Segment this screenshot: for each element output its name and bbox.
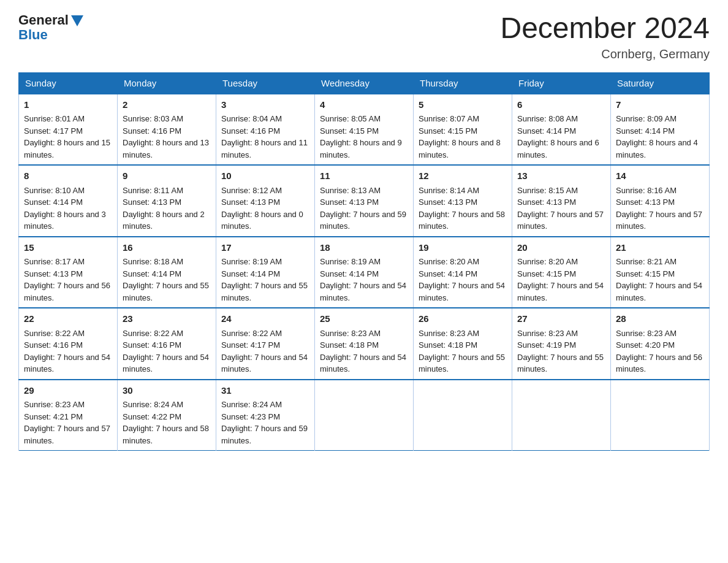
day-number: 24 — [221, 312, 309, 326]
day-number: 16 — [123, 241, 211, 255]
calendar-cell: 10Sunrise: 8:12 AM Sunset: 4:13 PM Dayli… — [216, 165, 315, 237]
weekday-header-saturday: Saturday — [611, 72, 710, 94]
cell-sun-info: Sunrise: 8:10 AM Sunset: 4:14 PM Dayligh… — [24, 185, 112, 232]
calendar-cell: 17Sunrise: 8:19 AM Sunset: 4:14 PM Dayli… — [216, 237, 315, 308]
day-number: 2 — [123, 98, 211, 112]
calendar-week-row: 8Sunrise: 8:10 AM Sunset: 4:14 PM Daylig… — [19, 165, 710, 237]
calendar-week-row: 29Sunrise: 8:23 AM Sunset: 4:21 PM Dayli… — [19, 380, 710, 451]
calendar-cell: 28Sunrise: 8:23 AM Sunset: 4:20 PM Dayli… — [611, 308, 710, 380]
day-number: 20 — [517, 241, 605, 255]
cell-sun-info: Sunrise: 8:13 AM Sunset: 4:13 PM Dayligh… — [320, 185, 408, 232]
cell-sun-info: Sunrise: 8:24 AM Sunset: 4:22 PM Dayligh… — [123, 399, 211, 446]
cell-sun-info: Sunrise: 8:21 AM Sunset: 4:15 PM Dayligh… — [616, 256, 704, 304]
calendar-cell: 29Sunrise: 8:23 AM Sunset: 4:21 PM Dayli… — [19, 380, 118, 451]
day-number: 4 — [320, 98, 408, 112]
weekday-header-monday: Monday — [118, 72, 216, 94]
weekday-header-sunday: Sunday — [19, 72, 118, 94]
calendar-cell: 12Sunrise: 8:14 AM Sunset: 4:13 PM Dayli… — [414, 165, 512, 237]
day-number: 25 — [320, 312, 408, 326]
logo-triangle-icon — [71, 15, 83, 26]
weekday-header-row: SundayMondayTuesdayWednesdayThursdayFrid… — [19, 72, 710, 94]
cell-sun-info: Sunrise: 8:23 AM Sunset: 4:20 PM Dayligh… — [616, 327, 704, 375]
calendar-cell: 7Sunrise: 8:09 AM Sunset: 4:14 PM Daylig… — [611, 94, 710, 166]
calendar-cell: 1Sunrise: 8:01 AM Sunset: 4:17 PM Daylig… — [19, 94, 118, 166]
calendar-cell: 25Sunrise: 8:23 AM Sunset: 4:18 PM Dayli… — [315, 308, 414, 380]
calendar-cell: 22Sunrise: 8:22 AM Sunset: 4:16 PM Dayli… — [19, 308, 118, 380]
logo: General — [18, 12, 83, 28]
cell-sun-info: Sunrise: 8:19 AM Sunset: 4:14 PM Dayligh… — [221, 256, 309, 304]
day-number: 6 — [517, 98, 605, 112]
cell-sun-info: Sunrise: 8:24 AM Sunset: 4:23 PM Dayligh… — [221, 399, 309, 446]
cell-sun-info: Sunrise: 8:12 AM Sunset: 4:13 PM Dayligh… — [221, 185, 309, 232]
cell-sun-info: Sunrise: 8:20 AM Sunset: 4:15 PM Dayligh… — [517, 256, 605, 304]
cell-sun-info: Sunrise: 8:23 AM Sunset: 4:19 PM Dayligh… — [517, 327, 605, 375]
calendar-cell: 11Sunrise: 8:13 AM Sunset: 4:13 PM Dayli… — [315, 165, 414, 237]
calendar-cell: 24Sunrise: 8:22 AM Sunset: 4:17 PM Dayli… — [216, 308, 315, 380]
calendar-cell: 5Sunrise: 8:07 AM Sunset: 4:15 PM Daylig… — [414, 94, 512, 166]
cell-sun-info: Sunrise: 8:05 AM Sunset: 4:15 PM Dayligh… — [320, 113, 408, 161]
calendar-table: SundayMondayTuesdayWednesdayThursdayFrid… — [18, 72, 710, 451]
weekday-header-thursday: Thursday — [414, 72, 512, 94]
cell-sun-info: Sunrise: 8:15 AM Sunset: 4:13 PM Dayligh… — [517, 185, 605, 232]
cell-sun-info: Sunrise: 8:04 AM Sunset: 4:16 PM Dayligh… — [221, 113, 309, 161]
cell-sun-info: Sunrise: 8:22 AM Sunset: 4:16 PM Dayligh… — [123, 327, 211, 375]
calendar-cell: 23Sunrise: 8:22 AM Sunset: 4:16 PM Dayli… — [118, 308, 216, 380]
calendar-week-row: 22Sunrise: 8:22 AM Sunset: 4:16 PM Dayli… — [19, 308, 710, 380]
calendar-cell: 19Sunrise: 8:20 AM Sunset: 4:14 PM Dayli… — [414, 237, 512, 308]
calendar-cell: 15Sunrise: 8:17 AM Sunset: 4:13 PM Dayli… — [19, 237, 118, 308]
month-title: December 2024 — [500, 12, 710, 45]
calendar-cell: 16Sunrise: 8:18 AM Sunset: 4:14 PM Dayli… — [118, 237, 216, 308]
day-number: 19 — [419, 241, 507, 255]
calendar-cell: 31Sunrise: 8:24 AM Sunset: 4:23 PM Dayli… — [216, 380, 315, 451]
logo-area: General Blue — [18, 12, 83, 43]
cell-sun-info: Sunrise: 8:18 AM Sunset: 4:14 PM Dayligh… — [123, 256, 211, 304]
day-number: 29 — [24, 384, 112, 398]
calendar-cell: 8Sunrise: 8:10 AM Sunset: 4:14 PM Daylig… — [19, 165, 118, 237]
day-number: 14 — [616, 169, 704, 183]
day-number: 7 — [616, 98, 704, 112]
calendar-cell — [512, 380, 611, 451]
day-number: 22 — [24, 312, 112, 326]
calendar-cell — [414, 380, 512, 451]
calendar-cell: 6Sunrise: 8:08 AM Sunset: 4:14 PM Daylig… — [512, 94, 611, 166]
day-number: 10 — [221, 169, 309, 183]
cell-sun-info: Sunrise: 8:16 AM Sunset: 4:13 PM Dayligh… — [616, 185, 704, 232]
day-number: 12 — [419, 169, 507, 183]
cell-sun-info: Sunrise: 8:22 AM Sunset: 4:16 PM Dayligh… — [24, 327, 112, 375]
day-number: 11 — [320, 169, 408, 183]
cell-sun-info: Sunrise: 8:07 AM Sunset: 4:15 PM Dayligh… — [419, 113, 507, 161]
cell-sun-info: Sunrise: 8:08 AM Sunset: 4:14 PM Dayligh… — [517, 113, 605, 161]
day-number: 30 — [123, 384, 211, 398]
day-number: 5 — [419, 98, 507, 112]
day-number: 31 — [221, 384, 309, 398]
calendar-cell: 9Sunrise: 8:11 AM Sunset: 4:13 PM Daylig… — [118, 165, 216, 237]
weekday-header-tuesday: Tuesday — [216, 72, 315, 94]
title-area: December 2024 Cornberg, Germany — [500, 12, 710, 61]
cell-sun-info: Sunrise: 8:23 AM Sunset: 4:18 PM Dayligh… — [419, 327, 507, 375]
weekday-header-friday: Friday — [512, 72, 611, 94]
calendar-cell: 13Sunrise: 8:15 AM Sunset: 4:13 PM Dayli… — [512, 165, 611, 237]
cell-sun-info: Sunrise: 8:01 AM Sunset: 4:17 PM Dayligh… — [24, 113, 112, 161]
cell-sun-info: Sunrise: 8:17 AM Sunset: 4:13 PM Dayligh… — [24, 256, 112, 304]
day-number: 13 — [517, 169, 605, 183]
day-number: 26 — [419, 312, 507, 326]
day-number: 15 — [24, 241, 112, 255]
day-number: 21 — [616, 241, 704, 255]
calendar-cell: 30Sunrise: 8:24 AM Sunset: 4:22 PM Dayli… — [118, 380, 216, 451]
calendar-cell: 3Sunrise: 8:04 AM Sunset: 4:16 PM Daylig… — [216, 94, 315, 166]
calendar-cell: 21Sunrise: 8:21 AM Sunset: 4:15 PM Dayli… — [611, 237, 710, 308]
day-number: 27 — [517, 312, 605, 326]
cell-sun-info: Sunrise: 8:19 AM Sunset: 4:14 PM Dayligh… — [320, 256, 408, 304]
calendar-cell: 27Sunrise: 8:23 AM Sunset: 4:19 PM Dayli… — [512, 308, 611, 380]
day-number: 1 — [24, 98, 112, 112]
cell-sun-info: Sunrise: 8:11 AM Sunset: 4:13 PM Dayligh… — [123, 185, 211, 232]
calendar-cell: 14Sunrise: 8:16 AM Sunset: 4:13 PM Dayli… — [611, 165, 710, 237]
logo-general-text: General — [18, 12, 69, 28]
day-number: 17 — [221, 241, 309, 255]
page-header: General Blue December 2024 Cornberg, Ger… — [18, 12, 710, 61]
weekday-header-wednesday: Wednesday — [315, 72, 414, 94]
cell-sun-info: Sunrise: 8:23 AM Sunset: 4:18 PM Dayligh… — [320, 327, 408, 375]
calendar-cell: 18Sunrise: 8:19 AM Sunset: 4:14 PM Dayli… — [315, 237, 414, 308]
calendar-cell — [611, 380, 710, 451]
day-number: 8 — [24, 169, 112, 183]
